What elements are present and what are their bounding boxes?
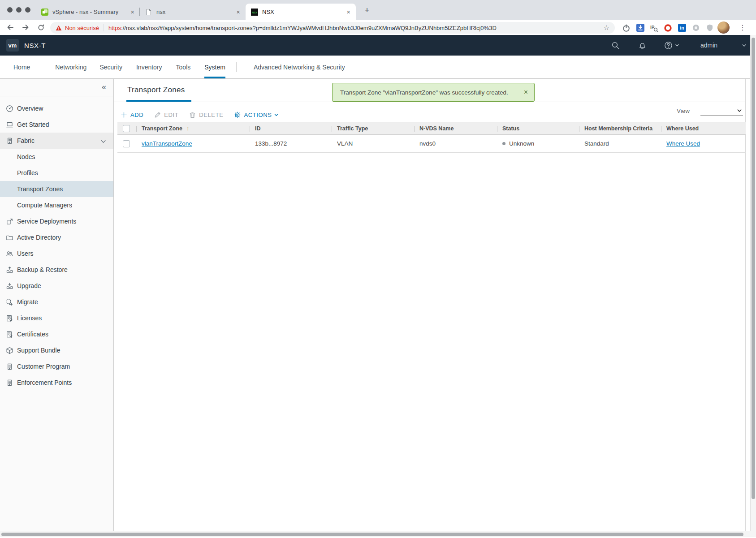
ip-lookup-extension-icon[interactable]: IP: [650, 24, 658, 32]
forward-icon[interactable]: [20, 22, 31, 33]
toast-close-icon[interactable]: ×: [524, 89, 528, 96]
backup-icon: [6, 266, 13, 274]
sidebar-item-nodes[interactable]: Nodes: [0, 149, 113, 165]
zoom-button[interactable]: [25, 7, 30, 13]
upgrade-icon: [6, 282, 13, 290]
column-header-traffic-type[interactable]: Traffic Type: [332, 122, 414, 134]
sidebar-item-backup-restore[interactable]: Backup & Restore: [0, 262, 113, 278]
back-icon[interactable]: [4, 22, 16, 33]
cell-value: Standard: [584, 140, 609, 147]
table-header-row: Transport Zone↑IDTraffic TypeN-VDS NameS…: [117, 122, 746, 135]
nav-tab-networking[interactable]: Networking: [55, 56, 86, 78]
search-icon[interactable]: [611, 35, 620, 56]
plus-icon: [120, 111, 128, 119]
cell-host-membership-criteria: Standard: [579, 140, 661, 147]
help-icon[interactable]: [664, 35, 679, 56]
nav-tab-inventory[interactable]: Inventory: [136, 56, 162, 78]
horizontal-scrollbar[interactable]: [0, 531, 750, 537]
column-header-where-used[interactable]: Where Used: [661, 122, 746, 134]
security-warning-label[interactable]: Non sécurisé: [65, 25, 99, 31]
deployment-icon: [6, 218, 13, 225]
tab-close-icon[interactable]: ×: [345, 8, 352, 16]
nav-tab-home[interactable]: Home: [13, 56, 30, 78]
table-header-checkbox-cell: [117, 122, 136, 134]
sidebar-item-overview[interactable]: Overview: [0, 100, 113, 116]
nav-tab-advanced-networking-security[interactable]: Advanced Networking & Security: [254, 56, 345, 78]
tab-strip: vSphere - nsx - Summary×nsx×NSXNSX×: [36, 4, 356, 20]
browser-menu-icon[interactable]: ⋮: [737, 22, 748, 33]
page-title: Transport Zones: [127, 86, 185, 95]
server-icon: [6, 137, 13, 145]
sidebar-item-active-directory[interactable]: Active Directory: [0, 229, 113, 245]
select-all-checkbox[interactable]: [123, 125, 130, 132]
sidebar-item-enforcement-points[interactable]: Enforcement Points: [0, 374, 113, 391]
sidebar-item-users[interactable]: Users: [0, 245, 113, 262]
horizontal-scrollbar-thumb[interactable]: [1, 533, 743, 536]
gray-circle-extension-icon[interactable]: [691, 24, 700, 32]
toast-message: Transport Zone "vlanTransportZone" was s…: [340, 89, 508, 96]
view-label: View: [677, 108, 690, 116]
transport-zone-link[interactable]: vlanTransportZone: [142, 140, 192, 147]
address-bar[interactable]: Non sécurisé https ://nsx.vlab/nsx/#/app…: [50, 22, 615, 34]
browser-tab[interactable]: nsx×: [140, 4, 246, 20]
table-row: vlanTransportZone133b...8972VLANnvds0Unk…: [117, 135, 746, 153]
chevron-down-icon[interactable]: [99, 138, 107, 146]
button-label: EDIT: [164, 112, 178, 118]
reload-icon[interactable]: [35, 22, 47, 33]
tab-close-icon[interactable]: ×: [129, 8, 136, 16]
sidebar-item-support-bundle[interactable]: Support Bundle: [0, 342, 113, 358]
sidebar-item-certificates[interactable]: Certificates: [0, 326, 113, 342]
delete-button[interactable]: DELETE: [189, 111, 223, 119]
notifications-bell-icon[interactable]: [638, 35, 647, 56]
sidebar-item-compute-managers[interactable]: Compute Managers: [0, 197, 113, 213]
sidebar-item-get-started[interactable]: Get Started: [0, 116, 113, 133]
column-header-n-vds-name[interactable]: N-VDS Name: [414, 122, 497, 134]
column-header-transport-zone[interactable]: Transport Zone↑: [136, 122, 250, 134]
vertical-scrollbar[interactable]: [750, 35, 756, 531]
linkedin-extension-icon[interactable]: in: [678, 24, 686, 32]
minimize-button[interactable]: [16, 7, 22, 13]
gray-shield-extension-icon[interactable]: [705, 24, 714, 32]
where-used-link[interactable]: Where Used: [666, 140, 700, 147]
url-scheme: https: [108, 25, 121, 31]
sidebar-item-service-deployments[interactable]: Service Deployments: [0, 213, 113, 229]
adblock-extension-icon[interactable]: [664, 24, 672, 32]
sidebar-item-profiles[interactable]: Profiles: [0, 165, 113, 181]
download-extension-icon[interactable]: [636, 24, 644, 32]
sidebar-item-licenses[interactable]: Licenses: [0, 310, 113, 326]
column-header-label: ID: [255, 125, 261, 132]
column-header-id[interactable]: ID: [250, 122, 332, 134]
browser-tab[interactable]: NSXNSX×: [246, 4, 356, 20]
new-tab-button[interactable]: +: [361, 4, 373, 16]
sidebar-item-label: Profiles: [17, 169, 38, 176]
view-dropdown[interactable]: [700, 106, 743, 116]
browser-tab[interactable]: vSphere - nsx - Summary×: [36, 4, 140, 20]
sidebar-item-migrate[interactable]: Migrate: [0, 294, 113, 310]
edit-button[interactable]: EDIT: [154, 111, 178, 119]
nav-tab-tools[interactable]: Tools: [176, 56, 191, 78]
tab-close-icon[interactable]: ×: [234, 8, 242, 16]
add-button[interactable]: ADD: [120, 111, 143, 119]
sidebar-item-customer-program[interactable]: Customer Program: [0, 358, 113, 374]
sidebar-item-upgrade[interactable]: Upgrade: [0, 278, 113, 294]
sidebar-collapse-button[interactable]: «: [102, 83, 106, 91]
row-checkbox[interactable]: [123, 140, 130, 147]
actions-button[interactable]: ACTIONS: [233, 111, 279, 119]
sidebar-item-transport-zones[interactable]: Transport Zones: [0, 181, 113, 197]
profile-avatar[interactable]: [717, 22, 730, 34]
url-text[interactable]: ://nsx.vlab/nsx/#/app/system/home/transp…: [121, 25, 599, 31]
column-header-host-membership-criteria[interactable]: Host Membership Criteria: [579, 122, 661, 134]
user-menu[interactable]: admin: [700, 35, 717, 56]
nav-tab-system[interactable]: System: [204, 56, 225, 78]
button-label: DELETE: [199, 112, 223, 118]
column-header-status[interactable]: Status: [497, 122, 579, 134]
bookmark-icon[interactable]: ☆: [604, 24, 609, 32]
vertical-scrollbar-thumb[interactable]: [752, 38, 755, 499]
sidebar: « OverviewGet StartedFabricNodesProfiles…: [0, 79, 114, 531]
power-extension-icon[interactable]: [622, 24, 631, 32]
nav-tab-security[interactable]: Security: [99, 56, 122, 78]
close-button[interactable]: [7, 7, 13, 13]
sidebar-item-label: Transport Zones: [17, 185, 63, 193]
user-chevron-down-icon[interactable]: [742, 35, 747, 56]
sidebar-item-fabric[interactable]: Fabric: [0, 133, 113, 149]
